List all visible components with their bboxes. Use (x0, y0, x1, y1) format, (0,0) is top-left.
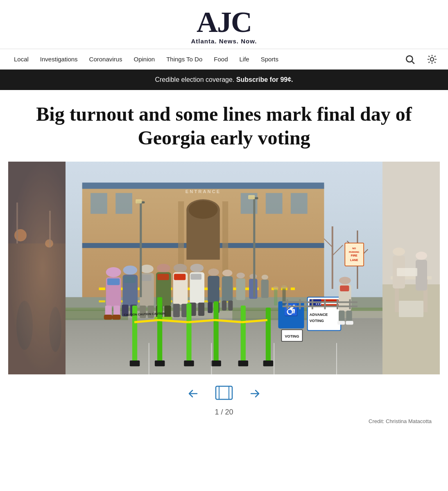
svg-point-89 (208, 268, 219, 276)
svg-text:PARKING: PARKING (349, 251, 359, 254)
svg-rect-107 (186, 304, 191, 364)
svg-line-10 (434, 56, 435, 56)
svg-point-101 (262, 275, 268, 279)
svg-text:ADVANCE: ADVANCE (310, 313, 328, 317)
svg-point-174 (416, 252, 427, 260)
svg-point-146 (273, 286, 278, 290)
svg-text:FIRE: FIRE (351, 255, 357, 258)
svg-rect-36 (91, 193, 107, 214)
svg-line-1 (412, 61, 414, 63)
svg-rect-109 (214, 302, 219, 364)
search-icon (405, 54, 415, 65)
main-image-svg: ENTRANCE (66, 162, 382, 374)
svg-rect-64 (124, 277, 136, 283)
svg-point-93 (222, 270, 232, 276)
article-title: Big turnout and some lines mark final da… (23, 102, 425, 149)
svg-rect-112 (238, 360, 248, 366)
svg-point-17 (16, 301, 33, 350)
svg-rect-106 (155, 360, 165, 366)
svg-rect-82 (173, 304, 180, 318)
nav-item-investigations[interactable]: Investigations (34, 49, 84, 69)
svg-rect-142 (346, 311, 352, 322)
svg-rect-177 (399, 301, 423, 317)
svg-point-43 (188, 200, 217, 219)
nav-item-food[interactable]: Food (208, 49, 233, 69)
svg-rect-175 (416, 260, 427, 291)
next-arrow-icon (249, 387, 261, 400)
prev-image-svg (8, 162, 66, 374)
svg-point-97 (237, 273, 245, 278)
nav-icons (402, 52, 440, 67)
svg-rect-57 (107, 279, 120, 285)
prev-arrow-icon (187, 387, 199, 400)
svg-rect-102 (261, 280, 269, 298)
svg-rect-16 (49, 211, 51, 248)
banner-text-normal: Credible election coverage. (155, 76, 236, 83)
search-button[interactable] (402, 52, 418, 67)
svg-rect-157 (287, 300, 288, 309)
nav-item-things-to-do[interactable]: Things To Do (161, 49, 208, 69)
svg-point-55 (106, 267, 121, 277)
nav-item-sports[interactable]: Sports (255, 49, 284, 69)
nav-item-coronavirus[interactable]: Coronavirus (84, 49, 128, 69)
svg-text:VOTING: VOTING (310, 319, 324, 323)
nav-item-local[interactable]: Local (8, 49, 34, 69)
gallery-next-image (382, 162, 440, 374)
svg-rect-12 (8, 243, 66, 374)
svg-rect-58 (105, 306, 112, 316)
banner-text-bold: Subscribe for 99¢. (236, 76, 293, 83)
gallery-prev-image (8, 162, 66, 374)
svg-rect-39 (266, 193, 283, 214)
gallery-next-button[interactable] (245, 384, 264, 403)
svg-text:♿: ♿ (284, 303, 299, 317)
svg-line-9 (429, 62, 430, 63)
svg-rect-179 (216, 386, 232, 399)
svg-rect-162 (349, 300, 351, 309)
main-nav: Local Investigations Coronavirus Opinion… (0, 49, 448, 70)
svg-rect-90 (208, 276, 219, 303)
svg-rect-154 (248, 195, 255, 199)
svg-rect-160 (324, 300, 326, 309)
svg-rect-37 (115, 193, 132, 214)
next-image-content (382, 162, 440, 374)
svg-point-72 (157, 264, 170, 272)
svg-line-7 (429, 56, 430, 56)
nav-item-life[interactable]: Life (233, 49, 255, 69)
svg-text:VOTING: VOTING (285, 334, 299, 338)
site-logo[interactable]: AJC (0, 7, 448, 37)
svg-rect-145 (274, 289, 277, 306)
gallery-prev-button[interactable] (184, 384, 203, 403)
subscription-banner[interactable]: Credible election coverage. Subscribe fo… (0, 70, 448, 90)
svg-rect-34 (82, 182, 324, 189)
svg-rect-140 (340, 286, 349, 291)
svg-rect-110 (211, 360, 221, 366)
svg-rect-59 (113, 306, 120, 316)
nav-item-opinion[interactable]: Opinion (128, 49, 161, 69)
svg-rect-149 (140, 201, 142, 297)
svg-rect-155 (283, 302, 357, 303)
theme-toggle-button[interactable] (424, 52, 440, 67)
svg-rect-69 (140, 275, 151, 281)
svg-text:ENTRANCE: ENTRANCE (186, 189, 221, 194)
svg-rect-105 (157, 297, 162, 364)
svg-rect-11 (8, 162, 66, 374)
svg-point-79 (174, 264, 187, 272)
site-header: AJC Atlanta. News. Now. (0, 0, 448, 49)
svg-point-0 (406, 56, 412, 62)
svg-rect-81 (174, 274, 186, 280)
svg-rect-100 (249, 279, 257, 299)
gallery-controls (8, 374, 440, 406)
svg-rect-91 (208, 302, 213, 313)
gallery-track: ENTRANCE (8, 162, 440, 374)
image-gallery: ENTRANCE (8, 162, 440, 374)
svg-rect-156 (283, 306, 357, 307)
nav-links: Local Investigations Coronavirus Opinion… (8, 49, 284, 69)
article-container: Big turnout and some lines mark final da… (0, 90, 448, 428)
svg-point-2 (430, 57, 434, 61)
svg-rect-111 (241, 306, 246, 364)
svg-point-67 (140, 265, 154, 273)
svg-rect-76 (164, 306, 171, 318)
prev-image-content (8, 162, 66, 374)
svg-line-8 (434, 62, 435, 63)
gallery-main-image: ENTRANCE (66, 162, 382, 374)
